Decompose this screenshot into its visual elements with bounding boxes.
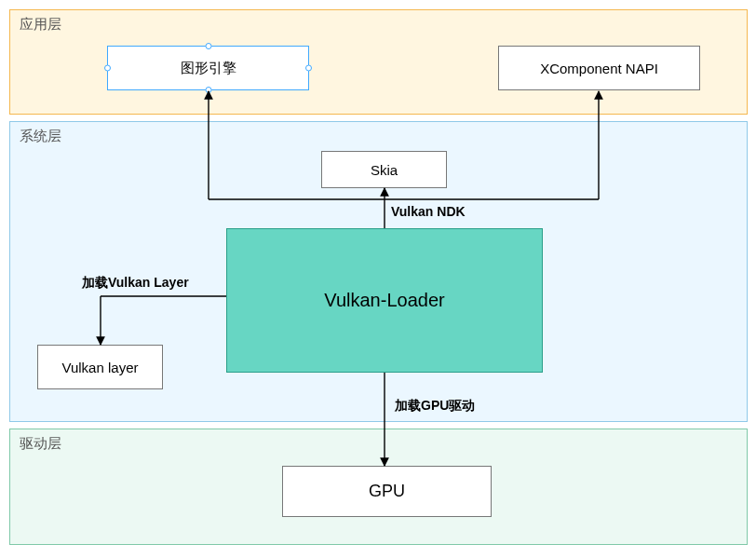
node-vulkan-loader[interactable]: Vulkan-Loader bbox=[226, 228, 543, 373]
node-skia-label: Skia bbox=[371, 162, 398, 178]
node-vulkan-layer[interactable]: Vulkan layer bbox=[37, 345, 163, 389]
layer-system-title: 系统层 bbox=[20, 128, 61, 145]
node-skia[interactable]: Skia bbox=[321, 151, 447, 188]
node-graphics-engine[interactable]: 图形引擎 bbox=[107, 46, 309, 90]
node-graphics-engine-label: 图形引擎 bbox=[181, 60, 236, 77]
node-xcomponent-napi-label: XComponent NAPI bbox=[540, 61, 658, 76]
layer-driver-title: 驱动层 bbox=[20, 435, 61, 453]
edge-label-load-driver: 加载GPU驱动 bbox=[395, 398, 475, 415]
node-gpu-label: GPU bbox=[369, 482, 405, 501]
node-vulkan-layer-label: Vulkan layer bbox=[62, 360, 139, 375]
node-xcomponent-napi[interactable]: XComponent NAPI bbox=[498, 46, 700, 90]
edge-label-vulkan-ndk: Vulkan NDK bbox=[391, 204, 466, 219]
node-gpu[interactable]: GPU bbox=[282, 466, 492, 517]
node-vulkan-loader-label: Vulkan-Loader bbox=[324, 290, 444, 311]
edge-label-load-layer: 加载Vulkan Layer bbox=[82, 275, 189, 292]
layer-app-title: 应用层 bbox=[20, 16, 61, 34]
